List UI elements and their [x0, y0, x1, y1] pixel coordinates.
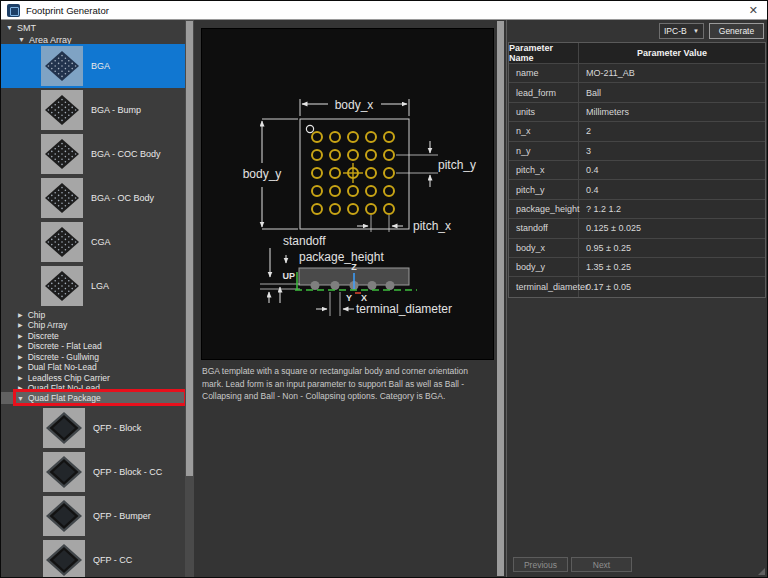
tree-node-smt[interactable]: ▼ SMT	[1, 22, 185, 33]
param-name: pitch_y	[509, 180, 579, 198]
generator-toolbar: IPC-B ▼ Generate	[507, 20, 767, 42]
chevron-right-icon[interactable]: ▶	[18, 364, 23, 370]
param-name: standoff	[509, 219, 579, 237]
param-value[interactable]: Ball	[579, 83, 765, 101]
table-row[interactable]: body_y 1.35 ± 0.25	[509, 258, 765, 277]
chevron-right-icon[interactable]: ▶	[18, 375, 23, 381]
dim-label-package-height: package_height	[299, 250, 384, 264]
column-header-parameter-name: Parameter Name	[509, 43, 579, 63]
app-icon	[7, 4, 20, 17]
param-value[interactable]: 3	[579, 142, 765, 160]
param-value[interactable]: 0.4	[579, 180, 765, 198]
tree-item-label: QFP - Block - CC	[93, 467, 162, 477]
table-row[interactable]: name MO-211_AB	[509, 64, 765, 83]
tree-node-discrete-flat-lead[interactable]: ▶ Discrete - Flat Lead	[1, 341, 185, 352]
table-row[interactable]: units Millimeters	[509, 103, 765, 122]
table-row[interactable]: n_y 3	[509, 142, 765, 161]
tree-label: Dual Flat No-Lead	[28, 362, 97, 372]
tree-node-dual-flat-no-lead[interactable]: ▶ Dual Flat No-Lead	[1, 362, 185, 373]
tree-item-lga[interactable]: LGA	[1, 264, 185, 308]
template-preview-panel: body_x body_y pitch_y	[194, 20, 506, 577]
preview-scrollbar[interactable]	[497, 21, 504, 576]
chevron-right-icon[interactable]: ▶	[18, 333, 23, 339]
tree-label: Discrete - Flat Lead	[28, 341, 102, 351]
next-button[interactable]: Next	[571, 557, 632, 572]
qfp-block-thumbnail	[43, 408, 85, 448]
package-tree: ▼ SMT ▼ Area Array BGA BGA - Bump BGA - …	[1, 20, 185, 577]
tree-item-qfp-block[interactable]: QFP - Block	[1, 406, 185, 450]
chevron-right-icon[interactable]: ▶	[18, 312, 23, 318]
tree-label: Chip	[28, 310, 45, 320]
table-header-row: Parameter Name Parameter Value	[509, 43, 765, 64]
tree-item-bga[interactable]: BGA	[1, 44, 185, 88]
tree-item-bga-bump[interactable]: BGA - Bump	[1, 88, 185, 132]
chevron-down-icon[interactable]: ▼	[17, 395, 24, 402]
param-value[interactable]: 0.17 ± 0.05	[579, 277, 765, 296]
qfp-block-cc-thumbnail	[43, 452, 85, 492]
template-description: BGA template with a square or rectangula…	[202, 365, 488, 403]
close-icon[interactable]: ✕	[749, 5, 758, 16]
axis-y-label: Y	[346, 293, 352, 303]
tree-label-smt: SMT	[17, 23, 36, 33]
tree-item-cga[interactable]: CGA	[1, 220, 185, 264]
resize-grip[interactable]	[758, 568, 765, 575]
param-name: terminal_diameter	[509, 277, 579, 296]
tree-item-qfp-cc[interactable]: QFP - CC	[1, 538, 185, 577]
table-row[interactable]: package_height ? 1.2 1.2	[509, 200, 765, 219]
table-row[interactable]: lead_form Ball	[509, 83, 765, 102]
tree-scrollbar-thumb[interactable]	[186, 21, 193, 476]
tree-item-qfp-bumper[interactable]: QFP - Bumper	[1, 494, 185, 538]
table-row[interactable]: pitch_x 0.4	[509, 161, 765, 180]
param-value[interactable]: 0.125 ± 0.025	[579, 219, 765, 237]
window-title: Footprint Generator	[26, 5, 109, 16]
tree-item-label: LGA	[91, 281, 109, 291]
param-name: n_x	[509, 122, 579, 140]
param-value[interactable]: 0.95 ± 0.25	[579, 239, 765, 257]
tree-node-chip-array[interactable]: ▶ Chip Array	[1, 320, 185, 331]
lga-thumbnail	[41, 266, 83, 306]
table-row[interactable]: body_x 0.95 ± 0.25	[509, 239, 765, 258]
chevron-down-icon[interactable]: ▼	[6, 24, 13, 31]
bga-coc-thumbnail	[41, 134, 83, 174]
previous-button[interactable]: Previous	[513, 557, 568, 572]
ipc-density-dropdown[interactable]: IPC-B ▼	[659, 23, 704, 39]
tree-node-leadless-chip-carrier[interactable]: ▶ Leadless Chip Carrier	[1, 372, 185, 383]
tree-item-bga-oc-body[interactable]: BGA - OC Body	[1, 176, 185, 220]
param-value[interactable]: 0.4	[579, 161, 765, 179]
bga-thumbnail	[41, 46, 83, 86]
tree-item-label: QFP - CC	[93, 555, 132, 565]
tree-node-chip[interactable]: ▶ Chip	[1, 309, 185, 320]
parameter-table: Parameter Name Parameter Value name MO-2…	[508, 42, 766, 298]
table-row[interactable]: n_x 2	[509, 122, 765, 141]
tree-item-label: BGA - OC Body	[91, 193, 154, 203]
param-name: lead_form	[509, 83, 579, 101]
table-row[interactable]: pitch_y 0.4	[509, 180, 765, 199]
chevron-right-icon[interactable]: ▶	[18, 343, 23, 349]
tree-node-discrete-gullwing[interactable]: ▶ Discrete - Gullwing	[1, 351, 185, 362]
tree-item-qfp-block-cc[interactable]: QFP - Block - CC	[1, 450, 185, 494]
chevron-down-icon[interactable]: ▼	[18, 36, 25, 43]
tree-label: Chip Array	[28, 320, 68, 330]
generate-button[interactable]: Generate	[709, 23, 764, 39]
tree-node-discrete[interactable]: ▶ Discrete	[1, 330, 185, 341]
chevron-right-icon[interactable]: ▶	[18, 322, 23, 328]
title-bar[interactable]: Footprint Generator ✕	[1, 1, 767, 20]
tree-item-bga-coc-body[interactable]: BGA - COC Body	[1, 132, 185, 176]
param-value[interactable]: Millimeters	[579, 103, 765, 121]
table-row[interactable]: terminal_diameter 0.17 ± 0.05	[509, 277, 765, 296]
parameters-panel: IPC-B ▼ Generate Parameter Name Paramete…	[506, 20, 767, 577]
wizard-footer: Previous Next	[513, 557, 632, 572]
table-row[interactable]: standoff 0.125 ± 0.025	[509, 219, 765, 238]
tree-label: Discrete - Gullwing	[28, 352, 99, 362]
param-value[interactable]: MO-211_AB	[579, 64, 765, 82]
tree-node-quad-flat-package[interactable]: ▼ Quad Flat Package	[1, 392, 185, 404]
chevron-right-icon[interactable]: ▶	[18, 385, 23, 391]
bga-oc-thumbnail	[41, 178, 83, 218]
param-value[interactable]: 2	[579, 122, 765, 140]
param-value[interactable]: 1.35 ± 0.25	[579, 258, 765, 276]
chevron-right-icon[interactable]: ▶	[18, 354, 23, 360]
param-name: units	[509, 103, 579, 121]
tree-item-label: QFP - Bumper	[93, 511, 151, 521]
tree-scrollbar[interactable]	[185, 20, 194, 577]
param-value[interactable]: ? 1.2 1.2	[579, 200, 765, 218]
